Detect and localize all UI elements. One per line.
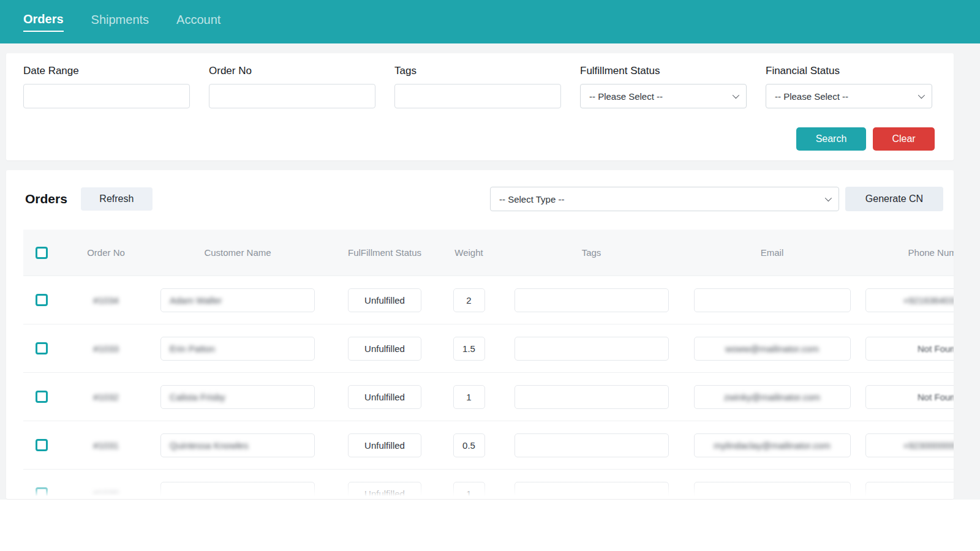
phone-field[interactable]: Not Found	[865, 337, 954, 361]
chevron-down-icon	[918, 92, 925, 99]
customer-name-field[interactable]: Calista Frisby	[160, 385, 315, 409]
email-field[interactable]: zwinky@mailinator.com	[694, 385, 851, 409]
email-value: mylindaclay@mailinator.com	[714, 440, 830, 451]
tags-field[interactable]	[514, 482, 669, 500]
filter-date-range: Date Range	[23, 65, 190, 108]
order-no-value: #1032	[93, 392, 119, 402]
filters-row: Date Range Order No Tags Fulfillment Sta…	[6, 53, 954, 108]
col-weight: Weight	[440, 247, 498, 258]
date-range-input[interactable]	[23, 84, 190, 108]
orders-header-right: -- Select Type -- Generate CN	[490, 187, 943, 211]
row-checkbox[interactable]	[36, 294, 48, 306]
tags-field[interactable]	[514, 288, 669, 312]
financial-status-value: -- Please Select --	[775, 91, 848, 102]
clear-button[interactable]: Clear	[873, 127, 935, 151]
orders-table: Order No Customer Name FulFillment Statu…	[23, 230, 954, 499]
customer-name-value: Erin Patton	[170, 343, 215, 354]
phone-value: Not Found	[918, 343, 954, 354]
email-field[interactable]	[694, 482, 851, 500]
tags-label: Tags	[394, 65, 561, 77]
fulfillment-status-value: Unfulfilled	[348, 433, 421, 457]
fulfillment-status-value: Unfulfilled	[348, 385, 421, 409]
header-checkbox-cell	[23, 247, 66, 259]
weight-field[interactable]: 1.5	[453, 337, 485, 361]
email-field[interactable]: mylindaclay@mailinator.com	[694, 433, 851, 457]
row-checkbox[interactable]	[36, 439, 48, 451]
filters-panel: Date Range Order No Tags Fulfillment Sta…	[6, 53, 954, 160]
row-checkbox[interactable]	[36, 487, 48, 499]
fulfillment-status-value: Unfulfilled	[348, 482, 421, 500]
order-no-input[interactable]	[209, 84, 375, 108]
col-phone-number: Phone Number	[859, 247, 954, 258]
customer-name-value: Calista Frisby	[170, 392, 225, 402]
generate-cn-button[interactable]: Generate CN	[845, 187, 943, 211]
weight-field[interactable]: 2	[453, 288, 485, 312]
filter-financial-status: Financial Status -- Please Select --	[766, 65, 932, 108]
phone-field[interactable]: +9230000000000	[865, 433, 954, 457]
select-all-checkbox[interactable]	[36, 247, 48, 259]
table-row: #1034 Adam Waller Unfulfilled 2 +9216364…	[23, 276, 954, 324]
chevron-down-icon	[825, 195, 832, 201]
refresh-button[interactable]: Refresh	[81, 187, 153, 211]
weight-field[interactable]: 1	[453, 385, 485, 409]
phone-field[interactable]: Not Found	[865, 385, 954, 409]
filter-tags: Tags	[394, 65, 561, 108]
email-value: zwinky@mailinator.com	[724, 392, 820, 402]
fulfillment-status-value: Unfulfilled	[348, 337, 421, 361]
chevron-down-icon	[733, 92, 739, 99]
table-row: #1031 Quintessa Knowles Unfulfilled 0.5 …	[23, 421, 954, 469]
tags-field[interactable]	[514, 337, 669, 361]
customer-name-field[interactable]: Quintessa Knowles	[160, 433, 315, 457]
table-row: #1030 Unfulfilled 1	[23, 469, 954, 499]
weight-field[interactable]: 1	[453, 482, 485, 500]
order-no-value: #1030	[93, 489, 119, 499]
phone-field[interactable]	[865, 482, 954, 500]
order-no-value: #1033	[93, 343, 119, 354]
filter-actions: Search Clear	[796, 127, 935, 151]
tab-orders[interactable]: Orders	[23, 12, 64, 32]
tab-shipments[interactable]: Shipments	[91, 13, 149, 31]
col-email: Email	[685, 247, 859, 258]
table-header-row: Order No Customer Name FulFillment Statu…	[23, 230, 954, 276]
row-checkbox[interactable]	[36, 342, 48, 354]
col-customer-name: Customer Name	[146, 247, 330, 258]
col-tags: Tags	[498, 247, 685, 258]
customer-name-value: Quintessa Knowles	[170, 440, 248, 451]
customer-name-field[interactable]: Adam Waller	[160, 288, 315, 312]
phone-value: +9230000000000	[903, 440, 954, 451]
fulfillment-status-value: Unfulfilled	[348, 288, 421, 312]
phone-value: Not Found	[918, 392, 954, 402]
top-navbar: Orders Shipments Account	[0, 0, 980, 43]
fulfillment-status-label: Fulfillment Status	[580, 65, 747, 77]
order-no-label: Order No	[209, 65, 375, 77]
col-order-no: Order No	[66, 247, 146, 258]
tags-field[interactable]	[514, 433, 669, 457]
financial-status-label: Financial Status	[766, 65, 932, 77]
phone-field[interactable]: +9216364031286	[865, 288, 954, 312]
order-no-value: #1034	[93, 295, 119, 305]
tags-field[interactable]	[514, 385, 669, 409]
email-field[interactable]: woww@mailinator.com	[694, 337, 851, 361]
financial-status-select[interactable]: -- Please Select --	[766, 84, 932, 108]
select-type-value: -- Select Type --	[499, 194, 564, 204]
customer-name-field[interactable]: Erin Patton	[160, 337, 315, 361]
fulfillment-status-value: -- Please Select --	[589, 91, 663, 102]
order-no-value: #1031	[93, 440, 119, 451]
orders-header-left: Orders Refresh	[25, 187, 153, 211]
table-row: #1032 Calista Frisby Unfulfilled 1 zwink…	[23, 372, 954, 421]
filter-order-no: Order No	[209, 65, 375, 108]
tags-input[interactable]	[394, 84, 561, 108]
select-type-dropdown[interactable]: -- Select Type --	[490, 187, 839, 211]
orders-title: Orders	[25, 192, 67, 206]
date-range-label: Date Range	[23, 65, 190, 77]
filter-fulfillment-status: Fulfillment Status -- Please Select --	[580, 65, 747, 108]
email-field[interactable]	[694, 288, 851, 312]
search-button[interactable]: Search	[796, 127, 866, 151]
weight-field[interactable]: 0.5	[453, 433, 485, 457]
row-checkbox[interactable]	[36, 391, 48, 403]
tab-account[interactable]: Account	[176, 13, 221, 31]
col-fulfillment-status: FulFillment Status	[330, 247, 440, 258]
fulfillment-status-select[interactable]: -- Please Select --	[580, 84, 747, 108]
table-row: #1033 Erin Patton Unfulfilled 1.5 woww@m…	[23, 324, 954, 372]
customer-name-field[interactable]	[160, 482, 315, 500]
